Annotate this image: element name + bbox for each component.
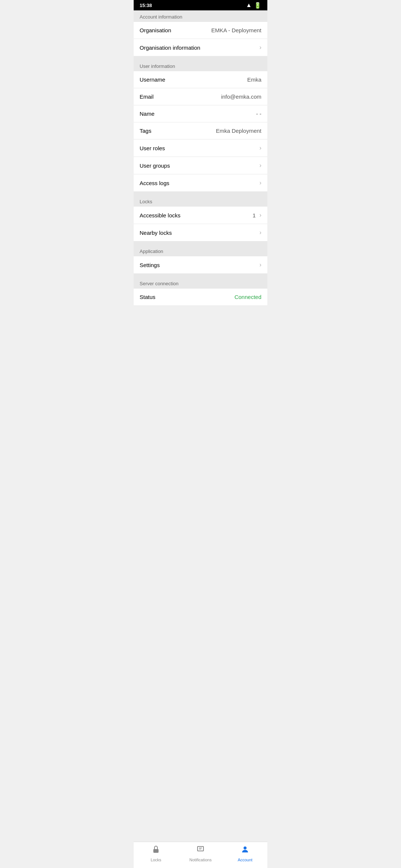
organisation-information-row[interactable]: Organisation information › (134, 39, 267, 56)
server-connection-section: Status Connected (134, 289, 267, 305)
locks-section: Accessible locks 1 › Nearby locks › (134, 207, 267, 241)
account-information-section: Organisation EMKA - Deployment Organisat… (134, 22, 267, 56)
chevron-right-icon: › (260, 162, 261, 169)
separator-3 (134, 241, 267, 245)
separator-2 (134, 191, 267, 195)
username-label: Username (140, 76, 165, 83)
application-header: Application (134, 245, 267, 256)
username-row: Username Emka (134, 71, 267, 88)
settings-row[interactable]: Settings › (134, 256, 267, 273)
name-label: Name (140, 111, 154, 117)
accessible-locks-label: Accessible locks (140, 212, 180, 218)
accessible-locks-row[interactable]: Accessible locks 1 › (134, 207, 267, 224)
user-groups-label: User groups (140, 162, 170, 169)
tags-value: Emka Deployment (216, 128, 261, 134)
user-roles-row[interactable]: User roles › (134, 139, 267, 157)
settings-value: › (258, 262, 261, 268)
battery-icon: 🔋 (254, 2, 261, 9)
access-logs-value: › (258, 180, 261, 186)
access-logs-label: Access logs (140, 180, 169, 186)
status-row: Status Connected (134, 289, 267, 305)
organisation-label: Organisation (140, 27, 171, 33)
tags-label: Tags (140, 128, 151, 134)
user-groups-value: › (258, 162, 261, 169)
organisation-information-label: Organisation information (140, 45, 200, 51)
user-roles-label: User roles (140, 145, 165, 151)
chevron-right-icon: › (260, 44, 261, 51)
name-row: Name - - (134, 105, 267, 122)
settings-label: Settings (140, 262, 160, 268)
organisation-row: Organisation EMKA - Deployment (134, 22, 267, 39)
nearby-locks-label: Nearby locks (140, 230, 172, 236)
tags-row: Tags Emka Deployment (134, 122, 267, 139)
wifi-icon: ▲ (246, 2, 252, 9)
status-value: Connected (234, 294, 261, 300)
status-bar: 15:38 ▲ 🔋 (134, 0, 267, 10)
chevron-right-icon: › (260, 262, 261, 268)
server-connection-header: Server connection (134, 277, 267, 289)
user-information-header: User information (134, 60, 267, 71)
status-time: 15:38 (140, 3, 152, 8)
chevron-right-icon: › (260, 212, 261, 218)
separator-1 (134, 56, 267, 60)
user-groups-row[interactable]: User groups › (134, 157, 267, 174)
content-area: Account information Organisation EMKA - … (134, 10, 267, 335)
chevron-right-icon: › (260, 145, 261, 151)
name-value: - - (256, 111, 261, 117)
account-information-header: Account information (134, 10, 267, 22)
separator-4 (134, 273, 267, 277)
email-row: Email info@emka.com (134, 88, 267, 105)
application-section: Settings › (134, 256, 267, 273)
nearby-locks-row[interactable]: Nearby locks › (134, 224, 267, 241)
email-label: Email (140, 93, 154, 100)
status-label: Status (140, 294, 156, 300)
username-value: Emka (247, 76, 261, 83)
user-roles-value: › (258, 145, 261, 151)
status-icons: ▲ 🔋 (246, 2, 261, 9)
nearby-locks-value: › (258, 229, 261, 236)
access-logs-row[interactable]: Access logs › (134, 174, 267, 191)
user-information-section: Username Emka Email info@emka.com Name -… (134, 71, 267, 191)
email-value: info@emka.com (221, 93, 261, 100)
locks-header: Locks (134, 195, 267, 207)
accessible-locks-value: 1 › (252, 212, 261, 218)
chevron-right-icon: › (260, 229, 261, 236)
organisation-value: EMKA - Deployment (211, 27, 261, 33)
chevron-right-icon: › (260, 180, 261, 186)
organisation-information-value: › (258, 44, 261, 51)
